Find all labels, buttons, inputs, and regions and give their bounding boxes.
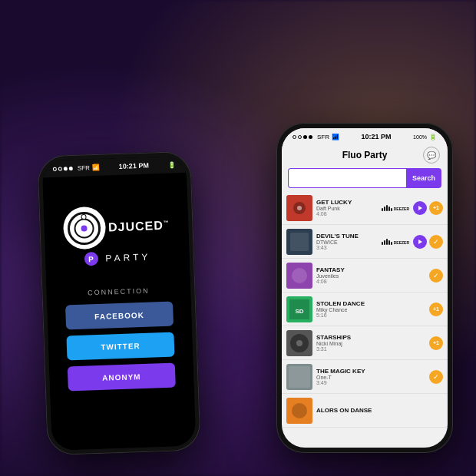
mute-button: [37, 206, 39, 213]
logo-party: PARTY: [105, 252, 150, 264]
track-info: STARSHIPS Nicki Minaj 3:31: [316, 334, 425, 352]
status-left: SFR 📶: [53, 164, 100, 172]
battery-area-2: 100% 🔋: [413, 134, 437, 140]
status-bar-playlist: SFR 📶 10:21 PM 100% 🔋: [282, 128, 448, 145]
playlist-screen: SFR 📶 10:21 PM 100% 🔋 Fluo Party 💬: [282, 128, 448, 448]
volume-down-button: [38, 236, 41, 250]
track-artist: Nicki Minaj: [316, 341, 425, 346]
deezer-text-2: DEEZER: [394, 240, 409, 245]
track-info: DEVIL'S TUNE DTWICE 3:43: [316, 233, 378, 251]
track-item[interactable]: FANTASY Juveniles 4:08 ✓: [282, 259, 448, 293]
track-item[interactable]: DEVIL'S TUNE DTWICE 3:43 DEEZE: [282, 225, 448, 259]
search-input[interactable]: [288, 168, 406, 188]
track-info: FANTASY Juveniles 4:08: [316, 266, 425, 285]
svg-point-3: [81, 214, 86, 219]
check-badge-2: ✓: [429, 235, 443, 249]
twitter-button[interactable]: TWITTER: [66, 332, 174, 361]
battery-area: 🔋: [168, 161, 176, 168]
search-button[interactable]: Search: [406, 168, 441, 188]
plus-one-badge-5[interactable]: +1: [429, 336, 443, 350]
track-info: THE MAGIC KEY One-T 3:49: [316, 368, 425, 386]
track-actions: DEEZER ✓: [382, 235, 443, 249]
playlist-title: Fluo Party: [342, 150, 388, 160]
track-actions: +1: [429, 336, 443, 350]
track-duration: 3:43: [316, 245, 378, 250]
status-bar-login: SFR 📶 10:21 PM 🔋: [41, 156, 187, 178]
deezer-logo: DEEZER: [382, 205, 409, 211]
play-button-2[interactable]: [413, 235, 427, 249]
track-artist: Miky Chance: [316, 307, 425, 312]
chat-button[interactable]: 💬: [423, 147, 440, 164]
anonym-button[interactable]: ANONYM: [68, 363, 176, 392]
track-name: STARSHIPS: [316, 334, 425, 342]
track-name: STOLEN DANCE: [316, 300, 425, 308]
time-display-2: 10:21 PM: [362, 133, 392, 140]
track-actions: +1: [429, 302, 443, 316]
check-badge-6: ✓: [429, 370, 443, 384]
track-actions: DEEZER +1: [382, 201, 443, 215]
svg-rect-18: [289, 366, 310, 388]
track-item[interactable]: STARSHIPS Nicki Minaj 3:31 +1: [282, 326, 448, 360]
search-bar: Search: [288, 168, 441, 188]
volume-up-button: [37, 218, 39, 232]
svg-point-16: [296, 340, 302, 346]
status-left-2: SFR 📶: [293, 134, 339, 140]
track-thumb: [286, 398, 312, 424]
track-artist: One-T: [316, 375, 425, 380]
svg-point-20: [292, 403, 307, 418]
track-name: FANTASY: [316, 266, 425, 274]
track-artist: Juveniles: [316, 273, 425, 279]
phone-playlist: SFR 📶 10:21 PM 100% 🔋 Fluo Party 💬: [276, 123, 453, 453]
track-list: GET LUCKY Daft Punk 4:08 DEEZE: [282, 191, 448, 448]
track-name: ALORS ON DANSE: [316, 407, 443, 415]
track-thumb: [286, 229, 312, 255]
track-actions: ✓: [429, 269, 443, 283]
track-name: GET LUCKY: [316, 199, 378, 207]
plus-one-badge-4[interactable]: +1: [429, 302, 443, 316]
battery-percent: 100%: [413, 134, 427, 140]
logo-p-badge: P: [84, 252, 98, 266]
svg-rect-8: [290, 233, 309, 251]
connection-label: CONNECTION: [88, 287, 150, 297]
time-display: 10:21 PM: [119, 162, 149, 170]
track-item[interactable]: THE MAGIC KEY One-T 3:49 ✓: [282, 360, 448, 394]
track-info: STOLEN DANCE Miky Chance 5:16: [316, 300, 425, 319]
track-artist: DTWICE: [316, 240, 378, 245]
svg-point-2: [81, 225, 88, 231]
track-item[interactable]: ALORS ON DANSE: [282, 394, 448, 428]
track-item[interactable]: GET LUCKY Daft Punk 4:08 DEEZE: [282, 191, 448, 225]
wifi-icon: 📶: [92, 164, 100, 170]
check-badge-3: ✓: [429, 269, 443, 283]
carrier-label: SFR: [78, 164, 90, 172]
track-item[interactable]: SD STOLEN DANCE Miky Chance 5:16 +1: [282, 293, 448, 326]
track-info: GET LUCKY Daft Punk 4:08: [316, 199, 378, 217]
plus-one-badge[interactable]: +1: [429, 201, 443, 215]
facebook-button[interactable]: FACEBOOK: [65, 302, 174, 330]
battery-icon-2: 🔋: [429, 134, 437, 140]
track-thumb: [286, 195, 312, 221]
track-duration: 5:16: [316, 312, 425, 318]
phone-login: SFR 📶 10:21 PM 🔋: [37, 151, 200, 456]
svg-text:SD: SD: [295, 308, 303, 315]
battery-icon: 🔋: [168, 161, 176, 168]
track-artist: Daft Punk: [316, 206, 378, 211]
track-info: ALORS ON DANSE: [316, 407, 443, 415]
power-button: [193, 220, 196, 236]
svg-point-10: [292, 268, 307, 283]
track-duration: 4:08: [316, 279, 425, 284]
track-thumb: [286, 330, 312, 356]
playlist-header: Fluo Party 💬: [282, 145, 448, 165]
track-duration: 4:08: [316, 211, 378, 217]
track-thumb: [286, 263, 312, 289]
scene: SFR 📶 10:21 PM 🔋: [0, 0, 476, 476]
track-name: DEVIL'S TUNE: [316, 233, 378, 240]
wifi-icon-2: 📶: [332, 134, 339, 140]
track-thumb: SD: [286, 296, 312, 322]
signal-icon-2: [293, 135, 312, 139]
track-thumb: [286, 364, 312, 390]
logo-djuced: DJUCED™: [108, 218, 170, 234]
signal-icon: [53, 166, 73, 170]
track-duration: 3:49: [316, 380, 425, 385]
play-button[interactable]: [413, 201, 427, 215]
deezer-logo-2: DEEZER: [382, 239, 409, 245]
